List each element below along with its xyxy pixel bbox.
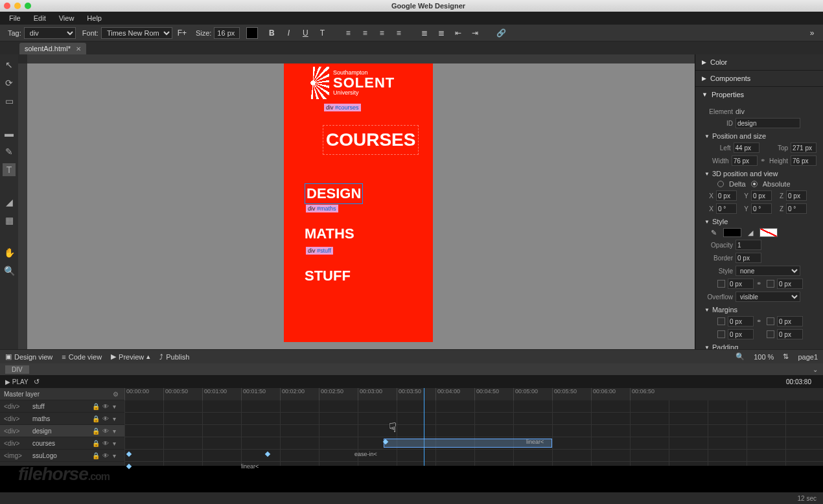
close-window-icon[interactable] [4, 3, 10, 9]
text-stuff[interactable]: STUFF [305, 268, 351, 284]
code-view-button[interactable]: ≡ Code view [62, 353, 102, 361]
width-input[interactable] [732, 155, 758, 166]
timeline-collapse-icon[interactable]: ⌄ [813, 366, 818, 373]
fill-icon[interactable]: ◢ [748, 229, 753, 237]
easing-logo[interactable]: linear< [241, 463, 259, 470]
rx-input[interactable] [716, 203, 737, 214]
size-input[interactable] [214, 27, 240, 39]
file-tab[interactable]: solentAd.html* ✕ [19, 43, 86, 54]
timeline-tracks[interactable]: 00:00:0000:00:5000:01:0000:01:5000:02:00… [124, 388, 823, 466]
element-badge-stuff[interactable]: div #stuff [306, 247, 333, 255]
z-input[interactable] [786, 190, 807, 201]
easing-courses[interactable]: ease-in< [354, 451, 377, 457]
pen-tool-icon[interactable]: ✎ [3, 145, 16, 158]
y-input[interactable] [751, 190, 772, 201]
playhead[interactable] [424, 388, 424, 466]
align-justify-icon[interactable]: ≡ [391, 27, 406, 40]
menu-edit[interactable]: Edit [27, 14, 52, 22]
page-label[interactable]: page1 [798, 353, 818, 361]
pencil-icon[interactable]: ✎ [711, 229, 717, 237]
loop-button[interactable]: ↺ [34, 378, 40, 386]
position-size-header[interactable]: ▼Position and size [704, 132, 817, 140]
panel-color-header[interactable]: ▶Color [695, 54, 823, 70]
bold-button[interactable]: B [264, 27, 279, 40]
hand-tool-icon[interactable]: ✋ [3, 246, 16, 259]
margins-header[interactable]: ▼Margins [704, 306, 817, 314]
element-badge-maths[interactable]: div #maths [306, 205, 338, 212]
lock-icon[interactable]: 🔒 [92, 403, 100, 410]
font-add-button[interactable]: F+ [175, 27, 189, 40]
eye-icon[interactable]: 👁 [102, 403, 110, 410]
canvas[interactable]: Southampton SOLENT University div #cours… [27, 63, 695, 349]
overflow-icon[interactable]: » [805, 27, 819, 40]
layer-row-courses[interactable]: <div>courses🔒👁▾ [0, 437, 124, 450]
component-tool-icon[interactable]: ▦ [3, 214, 16, 227]
ad-canvas[interactable]: Southampton SOLENT University div #cours… [284, 63, 433, 342]
overflow-select[interactable]: visible [736, 292, 800, 302]
text-tool-icon[interactable]: T [3, 163, 16, 176]
corner-tl-check[interactable] [717, 280, 725, 288]
timeline-tab[interactable]: DIV [5, 365, 29, 374]
italic-button[interactable]: I [281, 27, 296, 40]
outdent-icon[interactable]: ⇤ [451, 27, 465, 40]
zoom-icon[interactable]: 🔍 [736, 352, 745, 361]
align-right-icon[interactable]: ≡ [375, 27, 389, 40]
tag-select[interactable]: div [24, 27, 76, 39]
selection-tool-icon[interactable]: ↖ [3, 58, 16, 71]
corner-tr-check[interactable] [767, 280, 774, 288]
strike-button[interactable]: T [315, 27, 329, 40]
keyframe-courses-mid[interactable] [265, 452, 270, 457]
layer-row-design[interactable]: <div>design🔒👁▾ [0, 425, 124, 437]
list-ordered-icon[interactable]: ≣ [417, 27, 432, 40]
layer-row-maths[interactable]: <div>maths🔒👁▾ [0, 413, 124, 425]
margin-b-input[interactable] [728, 329, 754, 339]
opacity-input[interactable] [736, 240, 761, 250]
zoom-value[interactable]: 100 % [754, 353, 774, 361]
height-input[interactable] [791, 155, 817, 166]
timeline-ruler[interactable]: 00:00:0000:00:5000:01:0000:01:5000:02:00… [124, 388, 823, 400]
x-input[interactable] [716, 190, 737, 201]
border-style-select[interactable]: none [736, 266, 800, 276]
layer-row-stuff[interactable]: <div>stuff🔒👁▾ [0, 400, 124, 413]
panel-properties-header[interactable]: ▼Properties [695, 87, 823, 102]
underline-button[interactable]: U [298, 27, 312, 40]
delta-radio[interactable] [717, 181, 724, 187]
close-tab-icon[interactable]: ✕ [76, 45, 81, 52]
list-unordered-icon[interactable]: ≣ [434, 27, 448, 40]
id-input[interactable] [736, 118, 800, 128]
fill-tool-icon[interactable]: ◢ [3, 196, 16, 209]
logo[interactable]: Southampton SOLENT University [297, 67, 395, 99]
link-margins-icon[interactable]: ⚭ [756, 317, 764, 325]
font-select[interactable]: Times New Roman [101, 27, 172, 39]
padding-header[interactable]: ▼Padding [704, 343, 817, 349]
minimize-window-icon[interactable] [14, 3, 21, 9]
menu-help[interactable]: Help [80, 14, 108, 22]
play-button[interactable]: ▶ PLAY [5, 378, 29, 385]
easing-design[interactable]: linear< [526, 439, 544, 445]
menu-file[interactable]: File [3, 14, 27, 22]
left-input[interactable] [734, 143, 759, 153]
gear-icon[interactable]: ⚙ [113, 391, 121, 398]
absolute-radio[interactable] [751, 181, 758, 187]
zoom-window-icon[interactable] [25, 3, 31, 9]
top-input[interactable] [791, 143, 817, 153]
fill-color-swatch[interactable] [759, 228, 778, 237]
text-design[interactable]: DESIGN [305, 183, 363, 204]
shape-tool-icon[interactable]: ▬ [3, 127, 16, 140]
element-badge-courses[interactable]: div #courses [324, 104, 361, 111]
link-corners-icon[interactable]: ⚭ [756, 280, 764, 288]
margin-r-input[interactable] [777, 316, 803, 326]
publish-button[interactable]: ⤴ Publish [159, 353, 189, 361]
stage[interactable]: Southampton SOLENT University div #cours… [18, 54, 695, 349]
keyframe-courses-start[interactable] [126, 452, 132, 457]
margin-t-input[interactable] [728, 316, 754, 326]
layer-row-ssulogo[interactable]: <img>ssuLogo🔒👁▾ [0, 450, 124, 462]
text-color-chip[interactable] [246, 27, 258, 39]
3d-position-header[interactable]: ▼3D position and view [704, 170, 817, 178]
link-icon[interactable]: 🔗 [494, 27, 508, 40]
chevron-down-icon[interactable]: ▾ [113, 403, 121, 410]
keyframe-logo-start[interactable] [126, 464, 132, 469]
text-maths[interactable]: MATHS [305, 225, 354, 242]
menu-view[interactable]: View [52, 14, 81, 22]
style-header[interactable]: ▼Style [704, 218, 817, 225]
